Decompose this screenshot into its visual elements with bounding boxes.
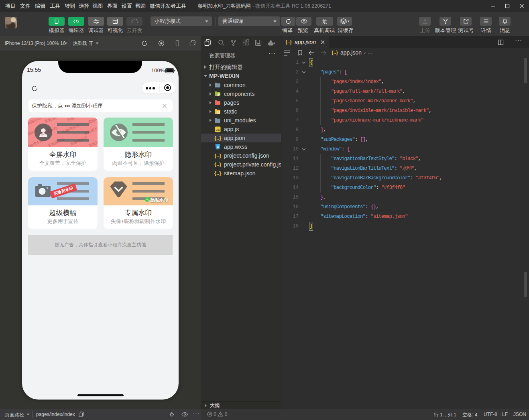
svg-text:JS: JS — [216, 128, 220, 132]
svg-text:3: 3 — [217, 145, 219, 149]
